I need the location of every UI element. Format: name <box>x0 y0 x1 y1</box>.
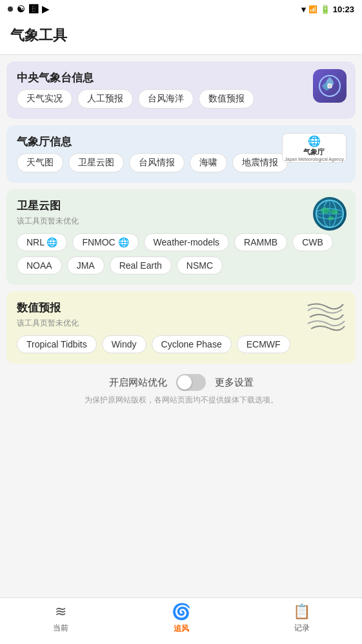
tag-numerical-forecast[interactable]: 数值预报 <box>199 89 254 109</box>
battery-icon: 🔋 <box>320 5 330 14</box>
status-bar: ☯ 🅱 ▶ ▾ 📶 🔋 10:23 <box>0 0 362 18</box>
satellite-globe <box>313 197 347 231</box>
status-dot1 <box>8 6 13 12</box>
status-dot4: ▶ <box>42 4 49 14</box>
cma-logo-svg <box>318 74 341 98</box>
tag-tropical-tidbits[interactable]: Tropical Tidbits <box>17 335 97 353</box>
jma-logo-inner: 🌐 气象庁 Japan Meteorological Agency <box>285 135 343 161</box>
cma-tags: 天气实况 人工预报 台风海洋 数值预报 <box>17 89 345 109</box>
svg-point-10 <box>328 216 334 220</box>
tag-cwb[interactable]: CWB <box>292 233 333 251</box>
log-label: 记录 <box>294 623 310 634</box>
tag-typhoon-info[interactable]: 台风情报 <box>129 153 185 172</box>
toggle-label: 开启网站优化 <box>109 377 167 389</box>
tag-typhoon-ocean[interactable]: 台风海洋 <box>138 89 194 109</box>
more-settings-button[interactable]: 更多设置 <box>215 377 254 389</box>
bottom-nav: ≋ 当前 🌀 追风 📋 记录 <box>0 597 362 644</box>
jma-logo: 🌐 气象庁 Japan Meteorological Agency <box>282 133 347 163</box>
tag-jma[interactable]: JMA <box>67 256 105 275</box>
satellite-tags: NRL 🌐 FNMOC 🌐 Weather-models RAMMB CWB N… <box>17 233 345 275</box>
wifi-icon: ▾ <box>301 5 306 14</box>
tag-satellite-cloud[interactable]: 卫星云图 <box>68 153 124 172</box>
numerical-logo <box>305 299 347 333</box>
status-dot2: ☯ <box>17 4 25 14</box>
section-jma: 气象厅信息 🌐 气象庁 Japan Meteorological Agency … <box>6 125 356 183</box>
time-display: 10:23 <box>333 5 354 14</box>
app-header: 气象工具 <box>0 18 362 55</box>
tag-tsunami[interactable]: 海啸 <box>190 153 227 172</box>
page-title: 气象工具 <box>10 26 352 45</box>
tag-real-earth[interactable]: Real Earth <box>110 256 172 275</box>
jma-logo-text: 气象庁 <box>303 147 325 157</box>
tag-earthquake[interactable]: 地震情报 <box>232 153 288 172</box>
satellite-title: 卫星云图 <box>17 198 345 213</box>
notice-text: 为保护原网站版权，各网站页面均不提供媒体下载选项。 <box>0 395 362 412</box>
tag-rammb[interactable]: RAMMB <box>234 233 287 251</box>
log-icon: 📋 <box>293 603 310 620</box>
tag-windy[interactable]: Windy <box>102 335 146 353</box>
tag-nrl[interactable]: NRL 🌐 <box>17 233 67 251</box>
section-satellite: 卫星云图 该工具页暂未优化 NRL 🌐 FNMOC 🌐 Weather-mode… <box>6 189 356 285</box>
current-label: 当前 <box>53 623 68 634</box>
toggle-switch[interactable] <box>176 374 206 391</box>
jma-logo-sub: Japan Meteorological Agency <box>285 157 343 161</box>
svg-point-9 <box>330 209 338 214</box>
section-numerical: 数值预报 该工具页暂未优化 Tropical Tidbits Windy Cyc… <box>6 291 356 364</box>
section-cma: 中央气象台信息 天气实况 人工预报 台风海洋 数值预报 <box>6 61 356 119</box>
signal-icon: 📶 <box>308 5 317 14</box>
tag-weather-models[interactable]: Weather-models <box>144 233 229 251</box>
status-right-icons: ▾ 📶 🔋 10:23 <box>301 5 354 14</box>
globe-svg <box>315 199 345 229</box>
cma-title: 中央气象台信息 <box>17 70 345 85</box>
jma-logo-icon: 🌐 <box>308 135 321 147</box>
numerical-tags: Tropical Tidbits Windy Cyclone Phase ECM… <box>17 335 345 353</box>
tag-nsmc[interactable]: NSMC <box>177 256 223 275</box>
tag-fnmoc[interactable]: FNMOC 🌐 <box>72 233 138 251</box>
numerical-subtitle: 该工具页暂未优化 <box>17 318 345 329</box>
svg-point-8 <box>321 207 330 214</box>
nav-typhoon[interactable]: 🌀 追风 <box>121 603 241 639</box>
satellite-subtitle: 该工具页暂未优化 <box>17 216 345 227</box>
tag-manual-forecast[interactable]: 人工预报 <box>77 89 133 109</box>
nav-log[interactable]: 📋 记录 <box>241 603 362 639</box>
status-left-icons: ☯ 🅱 ▶ <box>8 4 49 14</box>
tag-weather-map[interactable]: 天气图 <box>17 153 63 172</box>
nav-current[interactable]: ≋ 当前 <box>0 603 121 639</box>
tag-weather-live[interactable]: 天气实况 <box>17 89 72 109</box>
tag-cyclone-phase[interactable]: Cyclone Phase <box>152 335 232 353</box>
current-icon: ≋ <box>55 603 66 620</box>
tag-noaa[interactable]: NOAA <box>17 256 62 275</box>
typhoon-label: 追风 <box>174 623 189 634</box>
numerical-svg <box>305 299 347 333</box>
tag-ecmwf[interactable]: ECMWF <box>237 335 290 353</box>
toggle-row: 开启网站优化 更多设置 <box>0 374 362 391</box>
typhoon-icon: 🌀 <box>172 603 191 621</box>
cma-logo <box>313 69 347 103</box>
status-dot3: 🅱 <box>29 4 38 14</box>
numerical-title: 数值预报 <box>17 300 345 315</box>
